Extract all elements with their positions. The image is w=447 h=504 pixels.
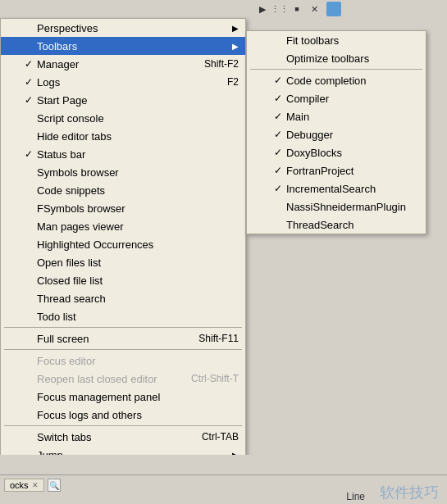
bottom-separator: [0, 474, 447, 475]
check-main: ✓: [270, 111, 286, 122]
menu-item-symbols-browser[interactable]: Symbols browser: [1, 163, 245, 181]
menu-item-code-snippets[interactable]: Code snippets: [1, 181, 245, 199]
manager-label: Manager: [37, 58, 188, 70]
compiler-label: Compiler: [286, 93, 419, 105]
check-fortran-project: ✓: [270, 165, 286, 176]
menu-item-focus-editor[interactable]: Focus editor: [1, 352, 245, 370]
thread-search-right-label: ThreadSearch: [286, 219, 419, 231]
toolbar-icons: ▶ ⋮⋮ ■ ✕: [0, 1, 341, 17]
fortran-project-label: FortranProject: [286, 165, 419, 177]
menu-item-compiler[interactable]: ✓ Compiler: [247, 89, 426, 107]
menu-item-highlighted-occurrences[interactable]: Highlighted Occurrences: [1, 235, 245, 253]
menu-item-man-pages-viewer[interactable]: Man pages viewer: [1, 217, 245, 235]
menu-item-switch-tabs[interactable]: Switch tabs Ctrl-TAB: [1, 428, 245, 446]
menu-item-todo-list[interactable]: Todo list: [1, 307, 245, 325]
menu-item-logs[interactable]: ✓ Logs F2: [1, 73, 245, 91]
main-label: Main: [286, 111, 419, 123]
tab-label: ocks: [10, 480, 29, 490]
menu-item-closed-file-list[interactable]: Closed file list: [1, 271, 245, 289]
check-doxy-blocks: ✓: [270, 147, 286, 158]
check-debugger: ✓: [270, 129, 286, 140]
check-incremental-search: ✓: [270, 183, 286, 194]
incremental-search-label: IncrementalSearch: [286, 183, 419, 195]
highlighted-occurrences-label: Highlighted Occurrences: [37, 238, 239, 251]
toolbars-label: Toolbars: [37, 40, 232, 52]
code-snippets-label: Code snippets: [37, 184, 239, 197]
check-status-bar: ✓: [21, 148, 37, 160]
perspectives-arrow: ▶: [232, 24, 239, 33]
menu-item-thread-search[interactable]: Thread search: [1, 289, 245, 307]
menu-item-script-console[interactable]: Script console: [1, 109, 245, 127]
full-screen-label: Full screen: [37, 333, 182, 345]
menu-item-focus-logs[interactable]: Focus logs and others: [1, 406, 245, 424]
right-menu-separator: [250, 69, 422, 70]
check-start-page: ✓: [21, 94, 37, 106]
left-menu: Perspectives ▶ Toolbars ▶ ✓ Manager Shif…: [0, 18, 246, 501]
check-manager: ✓: [21, 58, 37, 70]
optimize-toolbars-label: Optimize toolbars: [286, 52, 419, 65]
bottom-bar: ocks ✕ 🔍 Line 软件技巧: [0, 455, 447, 504]
menu-separator-2: [4, 349, 242, 350]
step-icon[interactable]: ⋮⋮: [271, 1, 288, 17]
reopen-last-shortcut: Ctrl-Shift-T: [191, 373, 239, 384]
menu-item-focus-management[interactable]: Focus management panel: [1, 388, 245, 406]
focus-management-label: Focus management panel: [37, 391, 239, 403]
hide-editor-tabs-label: Hide editor tabs: [37, 130, 239, 143]
debugger-label: Debugger: [286, 129, 419, 141]
menu-item-thread-search-right[interactable]: ThreadSearch: [247, 216, 426, 234]
thread-search-label: Thread search: [37, 293, 239, 305]
todo-list-label: Todo list: [37, 311, 239, 323]
logs-shortcut: F2: [227, 76, 239, 88]
check-logs: ✓: [21, 76, 37, 88]
menu-item-incremental-search[interactable]: ✓ IncrementalSearch: [247, 179, 426, 198]
menu-item-manager[interactable]: ✓ Manager Shift-F2: [1, 55, 245, 73]
full-screen-shortcut: Shift-F11: [198, 333, 239, 344]
menu-item-nassi-shneiderman[interactable]: NassiShneidermanPlugin: [247, 198, 426, 216]
menu-item-code-completion[interactable]: ✓ Code completion: [247, 71, 426, 89]
script-console-label: Script console: [37, 112, 239, 125]
menu-item-toolbars[interactable]: Toolbars ▶: [1, 37, 245, 55]
toolbars-arrow: ▶: [232, 42, 239, 51]
fit-toolbars-label: Fit toolbars: [286, 34, 419, 47]
tab-close-icon[interactable]: ✕: [32, 481, 39, 489]
reopen-last-label: Reopen last closed editor: [37, 373, 175, 385]
menu-item-fsymbols-browser[interactable]: FSymbols browser: [1, 199, 245, 217]
menu-item-optimize-toolbars[interactable]: Optimize toolbars: [247, 49, 426, 67]
stop-icon[interactable]: ■: [289, 1, 305, 17]
play-icon[interactable]: ▶: [254, 1, 271, 17]
menu-item-perspectives[interactable]: Perspectives ▶: [1, 19, 245, 37]
menu-item-full-screen[interactable]: Full screen Shift-F11: [1, 329, 245, 347]
menu-separator-3: [4, 425, 242, 426]
switch-tabs-shortcut: Ctrl-TAB: [202, 431, 239, 443]
menu-item-doxy-blocks[interactable]: ✓ DoxyBlocks: [247, 143, 426, 161]
nassi-shneiderman-label: NassiShneidermanPlugin: [286, 201, 419, 213]
focus-logs-label: Focus logs and others: [37, 409, 239, 421]
menu-item-reopen-last-closed[interactable]: Reopen last closed editor Ctrl-Shift-T: [1, 370, 245, 388]
check-code-completion: ✓: [270, 75, 286, 86]
tab-search-button[interactable]: 🔍: [48, 479, 61, 492]
menu-item-fit-toolbars[interactable]: Fit toolbars: [247, 31, 426, 49]
tab-bar: ocks ✕ 🔍: [4, 479, 61, 492]
line-label: Line: [346, 491, 365, 502]
menu-item-status-bar[interactable]: ✓ Status bar: [1, 145, 245, 163]
switch-tabs-label: Switch tabs: [37, 431, 185, 443]
menu-item-main[interactable]: ✓ Main: [247, 107, 426, 125]
man-pages-label: Man pages viewer: [37, 220, 239, 233]
menu-item-hide-editor-tabs[interactable]: Hide editor tabs: [1, 127, 245, 145]
menu-item-start-page[interactable]: ✓ Start Page: [1, 91, 245, 109]
status-bar-label: Status bar: [37, 148, 239, 161]
menu-item-debugger[interactable]: ✓ Debugger: [247, 125, 426, 143]
tab-item-ocks[interactable]: ocks ✕: [4, 479, 44, 492]
menu-item-open-files-list[interactable]: Open files list: [1, 253, 245, 271]
start-page-label: Start Page: [37, 94, 239, 107]
focus-editor-label: Focus editor: [37, 355, 239, 367]
logs-label: Logs: [37, 76, 211, 89]
menu-item-fortran-project[interactable]: ✓ FortranProject: [247, 161, 426, 179]
right-menu: Fit toolbars Optimize toolbars ✓ Code co…: [246, 30, 426, 234]
fsymbols-browser-label: FSymbols browser: [37, 202, 239, 215]
code-completion-label: Code completion: [286, 75, 419, 87]
watermark: 软件技巧: [380, 483, 439, 502]
manager-shortcut: Shift-F2: [204, 58, 239, 70]
toolbar-area: ▶ ⋮⋮ ■ ✕: [0, 0, 447, 18]
close-icon[interactable]: ✕: [306, 1, 322, 17]
